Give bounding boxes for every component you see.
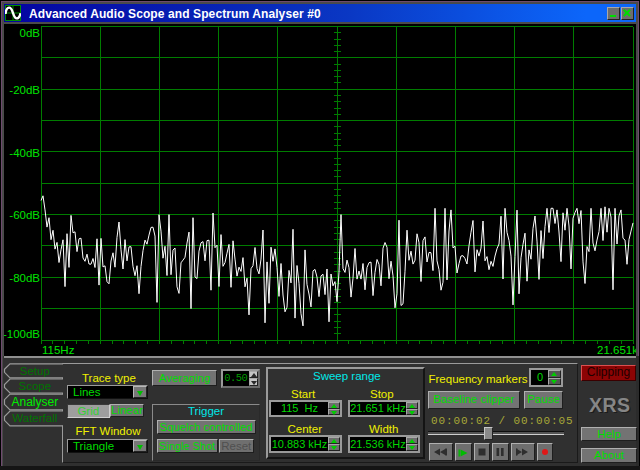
svg-text:21.651kH: 21.651kH [597, 344, 636, 356]
svg-text:Scope: Scope [18, 380, 51, 392]
svg-text:Waterfall: Waterfall [12, 412, 57, 424]
svg-text:Setup: Setup [20, 365, 50, 377]
svg-text:Analyser: Analyser [11, 395, 58, 409]
